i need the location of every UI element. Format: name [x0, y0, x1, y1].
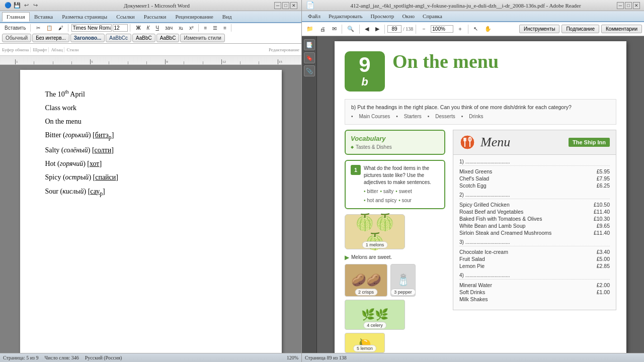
- cat-dot-4: •: [461, 113, 463, 120]
- format-painter-btn[interactable]: 🖌: [56, 24, 66, 32]
- style-heading1-btn[interactable]: Заголово...: [70, 34, 105, 42]
- reader-minimize-btn[interactable]: ─: [617, 2, 624, 9]
- tab-review[interactable]: Рецензирование: [171, 12, 218, 21]
- style-buttons[interactable]: Обычный Без интерв... Заголово... AaBbCc…: [2, 34, 225, 42]
- reader-hand-tool-btn[interactable]: ✋: [482, 24, 494, 34]
- word-ruler: 1 5 9 12 15: [0, 56, 301, 65]
- reader-maximize-btn[interactable]: □: [625, 2, 632, 9]
- cat-dot-1: •: [351, 113, 353, 120]
- underline-btn[interactable]: Ч: [153, 24, 162, 32]
- reader-close-btn[interactable]: ✕: [633, 2, 640, 9]
- item-name-choc-ice: Chocolate Ice-cream: [459, 249, 595, 255]
- paste-btn[interactable]: Вставить: [2, 24, 28, 32]
- cut-btn[interactable]: ✂: [34, 24, 43, 32]
- menu-title: Menu: [480, 135, 564, 150]
- reader-print-btn[interactable]: 🖨: [317, 25, 328, 34]
- reader-select-tool-btn[interactable]: ↖: [471, 24, 480, 34]
- change-styles-btn[interactable]: Изменить стили: [180, 34, 224, 42]
- menu-item-roast-beef: Roast Beef and Vegetables £11.40: [459, 208, 610, 215]
- paragraph-group[interactable]: ≡ ☰ ≡: [202, 24, 232, 32]
- menu-item-fruit-salad: Fruit Salad £5.00: [459, 255, 610, 262]
- superscript-btn[interactable]: x²: [187, 24, 196, 32]
- cat-dot-3: •: [428, 113, 430, 120]
- font-format-group[interactable]: Ж К Ч зач x₂ x²: [133, 24, 198, 32]
- reader-tools-right[interactable]: Инструменты Подписание Комментарии: [519, 25, 642, 33]
- tab-page-layout[interactable]: Разметка страницы: [57, 12, 112, 21]
- pdf-columns: Vocabulary ◆ Tastes & Dishes 1 What do t…: [345, 130, 616, 353]
- reader-sign-btn[interactable]: Подписание: [561, 25, 599, 33]
- tab-mailings[interactable]: Рассылки: [139, 12, 171, 21]
- reader-prev-page-btn[interactable]: ◀: [362, 24, 371, 34]
- reader-email-btn[interactable]: ✉: [330, 24, 339, 34]
- reader-instruments-btn[interactable]: Инструменты: [519, 25, 559, 33]
- reader-zoom-input[interactable]: [431, 25, 453, 33]
- reader-open-btn[interactable]: 📁: [304, 24, 316, 34]
- save-qa-btn[interactable]: 💾: [13, 2, 21, 10]
- font-group[interactable]: [71, 24, 130, 32]
- align-right-btn[interactable]: ≡: [221, 24, 229, 32]
- reader-statusbar: Страница 89 из 138: [302, 353, 644, 362]
- reader-zoom-in-btn[interactable]: ＋: [455, 24, 465, 34]
- reader-tab-view[interactable]: Просмотр: [367, 12, 398, 20]
- subscript-btn[interactable]: x₂: [176, 24, 186, 32]
- word-close-btn[interactable]: ✕: [290, 2, 297, 9]
- reader-title: 412-angl_jaz_-6kl_spotlight-angl_v-fokus…: [314, 3, 617, 9]
- style-aabbcc1-btn[interactable]: AaBbCc: [106, 34, 131, 42]
- reader-next-page-btn[interactable]: ▶: [373, 24, 382, 34]
- font-name-input[interactable]: [71, 24, 112, 32]
- word-hot: hot and spicy: [364, 197, 396, 204]
- reader-page-input[interactable]: [387, 25, 401, 33]
- italic-btn[interactable]: К: [144, 24, 152, 32]
- word-bitter: bitter: [364, 188, 378, 195]
- style-aabbc2-btn[interactable]: AaBbC: [156, 34, 180, 42]
- quick-access-toolbar[interactable]: 🔵 💾 ↩ ↪: [4, 2, 39, 10]
- redo-qa-btn[interactable]: ↪: [31, 2, 39, 10]
- style-aabbc1-btn[interactable]: AaBbC: [132, 34, 155, 42]
- align-left-btn[interactable]: ≡: [202, 24, 210, 32]
- sidebar-bookmarks-icon[interactable]: 🔖: [304, 52, 315, 63]
- reader-content-area[interactable]: 9 b On the menu b) Put the headings in t…: [317, 36, 644, 353]
- activity-1-num: 1: [351, 165, 361, 175]
- tab-view[interactable]: Вид: [218, 12, 236, 21]
- font-size-input[interactable]: [113, 24, 128, 32]
- align-center-btn[interactable]: ☰: [210, 24, 220, 32]
- reader-search-btn[interactable]: 🔍: [345, 24, 357, 34]
- tab-home[interactable]: Главная: [2, 12, 30, 22]
- tab-insert[interactable]: Вставка: [30, 12, 57, 21]
- menu-box: Menu The Ship Inn 1) ...................…: [453, 130, 616, 310]
- word-minimize-btn[interactable]: ─: [274, 2, 281, 9]
- word-ribbon: Главная Вставка Разметка страницы Ссылки…: [0, 11, 301, 23]
- reader-comments-btn[interactable]: Комментарии: [601, 25, 642, 33]
- copy-btn[interactable]: 📋: [44, 24, 55, 32]
- reader-tab-window[interactable]: Окно: [398, 12, 419, 20]
- ruler-15: 15: [278, 59, 296, 64]
- edit-label-group: Редактирование: [269, 47, 299, 52]
- word-statusbar: Страница: 5 из 9 Число слов: 346 Русский…: [0, 353, 301, 362]
- tab-references[interactable]: Ссылки: [112, 12, 139, 21]
- reader-tab-help[interactable]: Справка: [419, 12, 446, 20]
- strikethrough-btn[interactable]: зач: [163, 24, 175, 32]
- para-label-group: Абзац: [51, 47, 64, 52]
- reader-zoom-out-btn[interactable]: －: [419, 24, 429, 34]
- reader-sidebar[interactable]: 📑 🔖 📎: [302, 36, 317, 353]
- menu-item-baked-fish: Baked Fish with Tomatoes & Olives £10.30: [459, 215, 610, 222]
- clipboard-sub[interactable]: ✂ 📋 🖌: [34, 24, 68, 32]
- reader-tab-file[interactable]: Файл: [304, 12, 325, 20]
- bold-btn[interactable]: Ж: [133, 24, 143, 32]
- word-title: Документ1 - Microsoft Word: [39, 3, 274, 9]
- reader-status-text: Страница 89 из 138: [305, 355, 347, 360]
- undo-qa-btn[interactable]: ↩: [22, 2, 30, 10]
- clipboard-group[interactable]: Вставить: [2, 24, 31, 32]
- word-doc-area[interactable]: The 10th April Class work On the menu Bi…: [0, 65, 301, 353]
- word-win-controls[interactable]: ─ □ ✕: [274, 2, 297, 9]
- ribbon-tabs[interactable]: Главная Вставка Разметка страницы Ссылки…: [2, 12, 299, 21]
- reader-win-controls[interactable]: ─ □ ✕: [617, 2, 640, 9]
- style-no-spacing-btn[interactable]: Без интерв...: [32, 34, 69, 42]
- item-price-baked-fish: £10.30: [594, 216, 610, 222]
- style-normal-btn[interactable]: Обычный: [2, 34, 31, 42]
- reader-menu-tabs[interactable]: Файл Редактировать Просмотр Окно Справка: [304, 12, 642, 20]
- word-maximize-btn[interactable]: □: [282, 2, 289, 9]
- sidebar-attach-icon[interactable]: 📎: [304, 65, 315, 76]
- sidebar-pages-icon[interactable]: 📑: [304, 39, 315, 50]
- reader-tab-edit[interactable]: Редактировать: [325, 12, 367, 20]
